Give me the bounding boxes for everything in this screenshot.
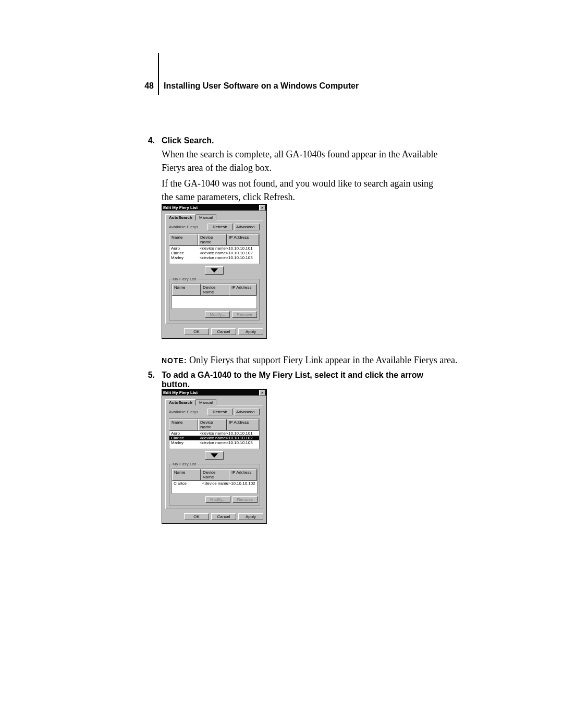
list-item[interactable]: Clarice<device name>10.10.10.102 <box>169 436 259 440</box>
arrow-row <box>169 266 260 275</box>
tab-manual[interactable]: Manual <box>195 214 216 220</box>
col-device[interactable]: Device Name <box>198 234 227 245</box>
col-ip[interactable]: IP Address <box>227 419 259 430</box>
col-device[interactable]: Device Name <box>201 284 229 295</box>
header-rule <box>158 53 159 95</box>
svg-marker-1 <box>211 453 218 458</box>
available-fierys-row: Available FierysRefreshAdvanced... <box>169 224 260 230</box>
col-ip[interactable]: IP Address <box>229 469 257 480</box>
col-ip[interactable]: IP Address <box>229 284 256 295</box>
dialog-edit-my-fiery-list-1: Edit My Fiery List×AutoSearchManualAvail… <box>162 204 267 339</box>
dialog-titlebar: Edit My Fiery List× <box>162 389 266 396</box>
remove-button[interactable]: Remove <box>232 496 258 503</box>
advanced-button[interactable]: Advanced... <box>235 224 260 230</box>
tab-autosearch[interactable]: AutoSearch <box>165 214 196 220</box>
available-fierys-label: Available Fierys <box>169 225 205 229</box>
myfiery-list[interactable]: Clarice<device name>10.10.10.102 <box>172 481 258 494</box>
refresh-button[interactable]: Refresh <box>207 224 232 230</box>
available-fierys-label: Available Fierys <box>169 410 205 414</box>
remove-button[interactable]: Remove <box>232 311 257 318</box>
tab-strip: AutoSearchManual <box>165 399 263 405</box>
col-device[interactable]: Device Name <box>201 469 229 480</box>
dialog-titlebar: Edit My Fiery List× <box>162 204 266 211</box>
add-to-list-arrow-button[interactable] <box>205 266 224 275</box>
col-name[interactable]: Name <box>169 234 198 245</box>
list-item[interactable]: Clarice<device name>10.10.10.102 <box>172 481 257 486</box>
dialog-body: AutoSearchManualAvailable FierysRefreshA… <box>162 396 266 512</box>
page-number: 48 <box>144 81 154 91</box>
myfiery-button-row: Modify...Remove <box>172 496 258 503</box>
cancel-button[interactable]: Cancel <box>211 513 236 520</box>
available-list-header: NameDevice NameIP Address <box>169 233 260 246</box>
col-device[interactable]: Device Name <box>198 419 227 430</box>
available-list[interactable]: Aero<device name>10.10.10.101Clarice<dev… <box>169 431 260 449</box>
step-4-number: 4. <box>142 136 155 145</box>
col-name[interactable]: Name <box>169 419 198 430</box>
note-line: NOTE: Only Fierys that support Fiery Lin… <box>162 353 458 367</box>
page: 48 Installing User Software on a Windows… <box>0 0 563 728</box>
list-item[interactable]: Aero<device name>10.10.10.101 <box>169 431 259 436</box>
list-item[interactable]: Aero<device name>10.10.10.101 <box>169 246 259 251</box>
step-4-heading: Click Search. <box>162 136 214 145</box>
dialog-body: AutoSearchManualAvailable FierysRefreshA… <box>162 211 266 327</box>
dialog-title: Edit My Fiery List <box>163 390 198 395</box>
page-title: Installing User Software on a Windows Co… <box>164 81 359 91</box>
tab-autosearch[interactable]: AutoSearch <box>165 399 196 405</box>
col-ip[interactable]: IP Address <box>227 234 259 245</box>
close-icon[interactable]: × <box>259 205 265 211</box>
my-fiery-list-fieldset: My Fiery ListNameDevice NameIP AddressCl… <box>169 462 260 505</box>
cancel-button[interactable]: Cancel <box>211 328 236 335</box>
down-arrow-icon <box>211 268 218 273</box>
my-fiery-list-fieldset: My Fiery ListNameDevice NameIP AddressMo… <box>169 277 260 320</box>
apply-button[interactable]: Apply <box>238 513 263 520</box>
dialog-footer: OKCancelApply <box>162 327 266 338</box>
myfiery-list[interactable] <box>172 296 257 309</box>
available-fierys-row: Available FierysRefreshAdvanced... <box>169 409 260 415</box>
col-name[interactable]: Name <box>172 469 201 480</box>
dialog-edit-my-fiery-list-2: Edit My Fiery List×AutoSearchManualAvail… <box>162 389 267 524</box>
tab-strip: AutoSearchManual <box>165 214 263 220</box>
list-item[interactable]: Marley<device name>10.10.10.103 <box>169 255 259 260</box>
svg-marker-0 <box>211 268 218 273</box>
myfiery-list-header: NameDevice NameIP Address <box>172 468 258 481</box>
apply-button[interactable]: Apply <box>238 328 263 335</box>
step-4-para-1: When the search is complete, all GA-1040… <box>162 147 443 175</box>
tab-manual[interactable]: Manual <box>195 399 216 405</box>
tab-panel-autosearch: Available FierysRefreshAdvanced...NameDe… <box>165 220 263 324</box>
col-name[interactable]: Name <box>172 284 201 295</box>
myfiery-list-header: NameDevice NameIP Address <box>172 283 257 296</box>
my-fiery-list-legend: My Fiery List <box>172 462 197 466</box>
list-item[interactable]: Marley<device name>10.10.10.103 <box>169 440 259 445</box>
available-list[interactable]: Aero<device name>10.10.10.101Clarice<dev… <box>169 246 260 264</box>
dialog-title: Edit My Fiery List <box>163 205 198 210</box>
step-4-para-2: If the GA-1040 was not found, and you wo… <box>162 177 443 204</box>
down-arrow-icon <box>211 453 218 458</box>
available-list-header: NameDevice NameIP Address <box>169 418 260 431</box>
myfiery-button-row: Modify...Remove <box>172 311 257 318</box>
ok-button[interactable]: OK <box>184 513 209 520</box>
add-to-list-arrow-button[interactable] <box>205 451 224 460</box>
note-text: Only Fierys that support Fiery Link appe… <box>187 355 458 365</box>
advanced-button[interactable]: Advanced... <box>235 409 260 415</box>
list-item[interactable]: Clarice<device name>10.10.10.102 <box>169 251 259 255</box>
tab-panel-autosearch: Available FierysRefreshAdvanced...NameDe… <box>165 405 263 509</box>
my-fiery-list-legend: My Fiery List <box>172 277 197 281</box>
modify-button[interactable]: Modify... <box>205 311 230 318</box>
refresh-button[interactable]: Refresh <box>207 409 232 415</box>
dialog-footer: OKCancelApply <box>162 512 266 523</box>
ok-button[interactable]: OK <box>184 328 209 335</box>
arrow-row <box>169 451 260 460</box>
close-icon[interactable]: × <box>259 390 265 396</box>
step-5-number: 5. <box>142 371 155 380</box>
modify-button[interactable]: Modify... <box>205 496 230 503</box>
step-5-heading: To add a GA-1040 to the My Fiery List, s… <box>162 371 443 389</box>
note-label: NOTE: <box>162 356 187 365</box>
